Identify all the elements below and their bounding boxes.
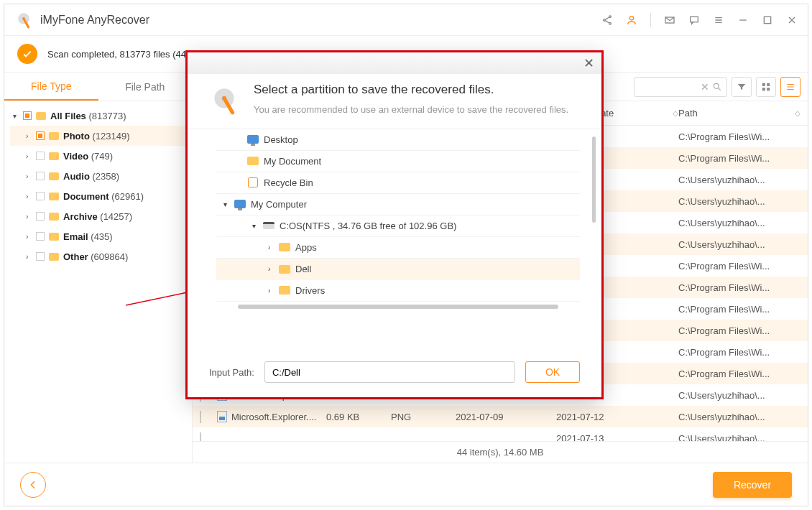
svg-point-9: [714, 83, 719, 88]
app-title: iMyFone AnyRecover: [40, 14, 601, 27]
folder-icon: [49, 253, 59, 261]
tree-item[interactable]: ›Document (62961): [10, 186, 186, 206]
maximize-icon[interactable]: [762, 14, 773, 26]
location-mydocument[interactable]: My Document: [216, 151, 580, 172]
tree-item[interactable]: ›Audio (2358): [10, 166, 186, 186]
filter-button[interactable]: [732, 77, 752, 97]
folder-icon: [49, 213, 59, 221]
folder-icon: [49, 132, 59, 140]
folder-icon: [279, 243, 290, 251]
search-input[interactable]: ✕: [634, 77, 727, 97]
file-icon: [217, 411, 227, 422]
svg-point-2: [609, 16, 612, 18]
dialog-subtitle: You are recommended to use an external d…: [254, 103, 568, 117]
back-button[interactable]: [20, 472, 46, 498]
tree-item[interactable]: ▾All Files (813773): [10, 106, 186, 126]
tree-item[interactable]: ›Other (609864): [10, 246, 186, 266]
folder-icon: [49, 172, 59, 180]
folder-icon: [49, 193, 59, 200]
ok-button[interactable]: OK: [525, 361, 580, 383]
folder-drivers[interactable]: ›Drivers: [216, 280, 580, 302]
svg-rect-8: [764, 17, 770, 23]
location-mycomputer[interactable]: ▾My Computer: [216, 194, 580, 215]
clear-search-icon[interactable]: ✕: [701, 81, 709, 93]
dialog-close-icon[interactable]: ✕: [583, 55, 594, 71]
tree-item[interactable]: ›Email (435): [10, 226, 186, 246]
save-dialog-highlight: ✕ Select a partition to save the recover…: [185, 50, 604, 399]
input-path-field[interactable]: [264, 361, 515, 383]
mail-icon[interactable]: [664, 14, 675, 26]
h-scrollbar[interactable]: [238, 305, 558, 309]
svg-point-5: [629, 16, 633, 19]
svg-rect-11: [767, 83, 770, 85]
user-icon[interactable]: [626, 14, 637, 26]
folder-icon: [49, 152, 59, 160]
search-icon[interactable]: [712, 82, 722, 92]
folder-icon: [279, 265, 290, 274]
svg-rect-13: [767, 88, 770, 91]
minimize-icon[interactable]: [737, 14, 749, 26]
sidebar: File Type File Path ▾All Files (813773)›…: [4, 73, 193, 463]
table-row[interactable]: 2021-07-13C:\Users\yuzhihao\...: [193, 427, 808, 441]
footer-summary: 44 item(s), 14.60 MB: [193, 441, 808, 463]
svg-rect-12: [762, 88, 765, 91]
grid-view-button[interactable]: [756, 77, 776, 97]
svg-rect-7: [691, 17, 698, 22]
svg-rect-10: [762, 83, 765, 85]
tab-file-type[interactable]: File Type: [4, 73, 98, 101]
input-path-label: Input Path:: [209, 367, 254, 378]
folder-apps[interactable]: ›Apps: [216, 237, 580, 259]
save-dialog: ✕ Select a partition to save the recover…: [188, 52, 601, 397]
list-view-button[interactable]: [780, 77, 801, 97]
dialog-title: Select a partition to save the recovered…: [254, 83, 568, 97]
tree-item[interactable]: ›Photo (123149): [10, 126, 186, 146]
share-icon[interactable]: [601, 14, 613, 26]
tree-item[interactable]: ›Archive (14257): [10, 206, 186, 226]
folder-icon: [279, 286, 290, 295]
close-icon[interactable]: [786, 14, 798, 26]
svg-point-4: [609, 22, 612, 24]
location-drive-c[interactable]: ▾C:OS(NTFS , 34.76 GB free of 102.96 GB): [216, 215, 580, 237]
folder-dell[interactable]: ›Dell: [216, 259, 580, 280]
dialog-logo: [209, 85, 239, 116]
tab-file-path[interactable]: File Path: [98, 73, 193, 101]
titlebar: iMyFone AnyRecover: [4, 4, 808, 36]
location-desktop[interactable]: Desktop: [216, 129, 580, 151]
svg-point-3: [604, 19, 606, 21]
recycle-icon: [248, 177, 258, 187]
scrollbar[interactable]: [592, 136, 596, 223]
monitor-icon: [247, 135, 259, 144]
app-logo: [14, 11, 33, 29]
menu-icon[interactable]: [713, 14, 724, 26]
table-row[interactable]: Microsoft.Explorer....0.69 KBPNG2021-07-…: [193, 406, 808, 427]
computer-icon: [234, 200, 246, 208]
recover-button[interactable]: Recover: [713, 472, 792, 498]
col-path[interactable]: Path: [678, 108, 698, 119]
drive-icon: [263, 222, 274, 229]
folder-icon: [247, 157, 259, 165]
folder-icon: [49, 233, 59, 241]
check-icon: [17, 44, 37, 64]
feedback-icon[interactable]: [688, 14, 700, 26]
tree-item[interactable]: ›Video (749): [10, 146, 186, 166]
folder-icon: [36, 112, 46, 120]
svg-line-14: [126, 291, 194, 305]
location-recyclebin[interactable]: Recycle Bin: [216, 172, 580, 194]
